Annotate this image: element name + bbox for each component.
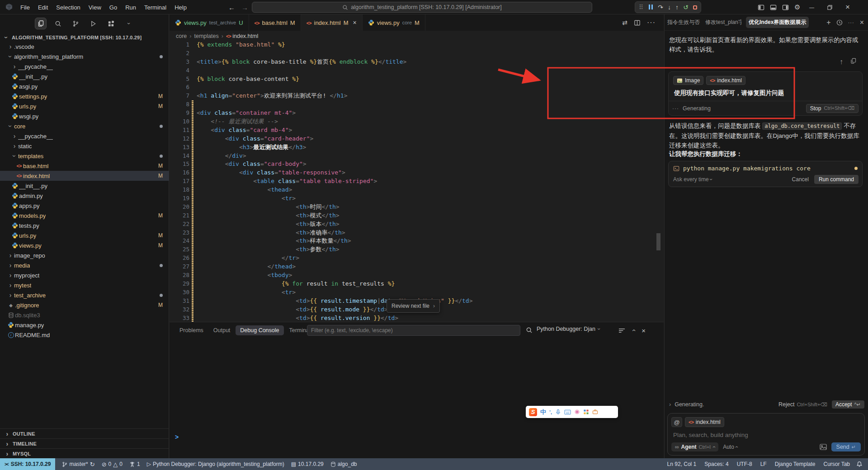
- attach-image-button[interactable]: [820, 444, 827, 450]
- tree-item-pycache[interactable]: ›__pycache__: [0, 131, 169, 141]
- status-spaces-4[interactable]: Spaces: 4: [704, 461, 728, 467]
- debug-session[interactable]: ▷ Python Debugger: Django (algorithm_tes…: [147, 461, 284, 467]
- tree-item-tests-py[interactable]: tests.py: [0, 221, 169, 230]
- attachment-chip-image[interactable]: Image: [673, 76, 703, 85]
- menu-view[interactable]: View: [85, 3, 104, 12]
- tree-item-init-py[interactable]: __init__.py: [0, 181, 169, 191]
- mention-button[interactable]: @: [671, 417, 682, 427]
- chat-tab-指令生效与否[interactable]: 指令生效与否: [665, 17, 703, 28]
- step-out-icon[interactable]: ↑: [675, 4, 679, 10]
- chat-tab-修改test-plan字[interactable]: 修改test_plan字: [703, 17, 741, 28]
- run-debug-icon[interactable]: [88, 18, 99, 29]
- cancel-button[interactable]: Cancel: [792, 176, 809, 183]
- debug-filter-input[interactable]: [307, 325, 520, 336]
- close-window-button[interactable]: ×: [845, 3, 850, 12]
- explorer-root[interactable]: › ALGORITHM_TESTING_PLATFORM [SSH: 10.17…: [3, 33, 165, 42]
- tree-item-myproject[interactable]: ›myproject: [0, 270, 169, 280]
- agent-mode-select[interactable]: ∞ Agent Ctrl+I ›: [671, 442, 718, 451]
- apps-grid-icon[interactable]: [583, 409, 589, 415]
- sogou-logo-icon[interactable]: S: [529, 408, 537, 416]
- split-editor-icon[interactable]: [634, 19, 641, 26]
- chat-tab-优化index界面数据展示[interactable]: 优化Index界面数据展示: [746, 17, 809, 28]
- attachment-chip-index-html[interactable]: <>index.html: [706, 76, 745, 85]
- tree-item-urls-py[interactable]: urls.pyM: [0, 230, 169, 240]
- more-views-icon[interactable]: ›: [123, 18, 135, 29]
- panel-tab-problems[interactable]: Problems: [175, 325, 208, 335]
- search-icon[interactable]: [526, 327, 533, 334]
- tab-base-html[interactable]: <>base.htmlM: [249, 14, 301, 31]
- menu-terminal[interactable]: Terminal: [141, 3, 170, 12]
- accept-button[interactable]: Accept ^↵: [832, 400, 864, 409]
- breadcrumb-core[interactable]: core: [176, 33, 187, 39]
- ask-every-time-select[interactable]: Ask every time›: [673, 176, 712, 183]
- tree-item-gitignore[interactable]: ◆.gitignoreM: [0, 300, 169, 310]
- history-icon[interactable]: [836, 19, 843, 26]
- reject-button[interactable]: Reject Ctrl+Shift+⌫: [778, 401, 827, 408]
- remote-indicator[interactable]: >< SSH: 10.17.0.29: [0, 458, 55, 470]
- forward-icon[interactable]: →: [241, 4, 248, 11]
- restart-icon[interactable]: ↺: [683, 4, 689, 10]
- tree-item-mytest[interactable]: ›mytest: [0, 280, 169, 290]
- debug-session-select[interactable]: Python Debugger: Djan ›: [537, 326, 600, 332]
- new-chat-icon[interactable]: +: [826, 19, 830, 27]
- sidebar-section-outline[interactable]: ›OUTLINE: [0, 428, 169, 438]
- review-next-file-tooltip[interactable]: Review next file ›: [387, 299, 440, 313]
- status-django-template[interactable]: Django Template: [775, 461, 816, 467]
- step-into-icon[interactable]: ↓: [668, 4, 671, 10]
- tree-item-image-repo[interactable]: ›image_repo: [0, 250, 169, 260]
- sidebar-section-mysql[interactable]: ›MYSQL: [0, 448, 169, 458]
- menu-run[interactable]: Run: [122, 3, 139, 12]
- toggle-primary-sidebar-icon[interactable]: [758, 4, 764, 11]
- tab-views-py-test-archive[interactable]: views.pytest_archiveU: [170, 14, 249, 31]
- status-ln-92-col-1[interactable]: Ln 92, Col 1: [667, 461, 697, 467]
- tab-index-html[interactable]: <>index.htmlM×: [301, 14, 363, 31]
- forwarded-ports[interactable]: 1: [129, 461, 140, 467]
- restore-button[interactable]: [827, 5, 833, 10]
- model-select[interactable]: Auto ›: [723, 444, 737, 450]
- back-icon[interactable]: ←: [228, 4, 235, 11]
- tab-views-py-core[interactable]: views.pycoreM: [363, 14, 425, 31]
- toggle-panel-icon[interactable]: [770, 4, 777, 11]
- filter-lines-icon[interactable]: [618, 328, 625, 334]
- tree-item-test-archive[interactable]: ›test_archive: [0, 290, 169, 300]
- command-center-search[interactable]: algorithm_testing_platform [SSH: 10.17.0…: [252, 2, 592, 13]
- tree-item-vscode[interactable]: ›.vscode: [0, 42, 169, 52]
- tree-item-db-sqlite3[interactable]: db.sqlite3: [0, 310, 169, 320]
- toolbox-icon[interactable]: [592, 409, 598, 415]
- tree-item-core[interactable]: ›core: [0, 121, 169, 131]
- keyboard-icon[interactable]: [564, 409, 571, 415]
- chinese-mode-icon[interactable]: 中: [540, 408, 546, 416]
- tree-item-pycache[interactable]: ›__pycache__: [0, 61, 169, 71]
- more-actions-icon[interactable]: ···: [647, 19, 656, 27]
- tree-item-urls-py[interactable]: urls.pyM: [0, 101, 169, 111]
- close-chat-icon[interactable]: ×: [860, 19, 864, 27]
- database-connection[interactable]: algo_db: [330, 461, 357, 467]
- chat-input-box[interactable]: @ <> index.html Plan, search, build anyt…: [667, 413, 865, 456]
- debug-console-prompt[interactable]: >: [175, 433, 179, 441]
- tree-item-models-py[interactable]: models.pyM: [0, 211, 169, 221]
- problems-indicator[interactable]: ⊘ 0 △ 0: [102, 461, 123, 468]
- tree-item-wsgi-py[interactable]: wsgi.py: [0, 111, 169, 121]
- explorer-icon[interactable]: [35, 18, 47, 29]
- close-panel-icon[interactable]: ×: [642, 327, 646, 334]
- run-command-button[interactable]: Run command: [814, 175, 859, 184]
- step-over-icon[interactable]: ↷: [658, 4, 663, 10]
- sidebar-section-timeline[interactable]: ›TIMELINE: [0, 438, 169, 448]
- tree-item-apps-py[interactable]: apps.py: [0, 201, 169, 211]
- extensions-icon[interactable]: [105, 18, 117, 29]
- tree-item-readme-md[interactable]: iREADME.md: [0, 330, 169, 340]
- open-changes-icon[interactable]: ⇄: [622, 19, 627, 26]
- copy-icon[interactable]: [850, 58, 856, 64]
- tree-item-admin-py[interactable]: admin.py: [0, 191, 169, 201]
- code-editor[interactable]: 1{% extends "base.html" %}23<title>{% bl…: [170, 41, 664, 322]
- panel-tab-debug-console[interactable]: Debug Console: [236, 325, 283, 335]
- status-cursor-tab[interactable]: Cursor Tab: [824, 461, 850, 467]
- menu-selection[interactable]: Selection: [53, 3, 83, 12]
- notifications-bell[interactable]: [856, 461, 868, 467]
- stop-button[interactable]: Stop Ctrl+Shift+⌫: [806, 104, 859, 113]
- stop-icon[interactable]: [693, 5, 697, 9]
- emoji-icon[interactable]: [574, 409, 580, 415]
- search-icon[interactable]: [52, 18, 64, 29]
- source-control-icon[interactable]: [70, 18, 82, 29]
- tree-item-templates[interactable]: ›templates: [0, 151, 169, 161]
